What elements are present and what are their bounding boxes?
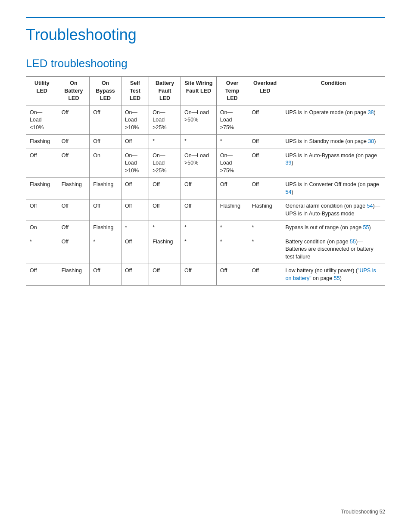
site-wiring-fault-led-cell: Off xyxy=(181,178,216,199)
page-footer: Troubleshooting 52 xyxy=(341,509,385,515)
header-on-battery-led: On Battery LED xyxy=(58,77,90,106)
overload-led-cell: Off xyxy=(248,178,282,199)
utility-led-cell: Off xyxy=(26,264,58,286)
self-test-led-cell: Off xyxy=(121,135,149,149)
table-row: OffFlashingOffOffOffOffOffOffLow battery… xyxy=(26,264,385,286)
on-bypass-led-cell: Off xyxy=(90,264,121,286)
condition-cell: UPS is in Standby mode (on page 38) xyxy=(282,135,385,149)
overload-led-cell: * xyxy=(248,235,282,264)
on-bypass-led-cell: On xyxy=(90,149,121,178)
table-header-row: Utility LED On Battery LED On Bypass LED… xyxy=(26,77,385,106)
condition-link[interactable]: 55 xyxy=(363,224,369,230)
page-rule xyxy=(26,17,385,18)
battery-fault-led-cell: * xyxy=(149,221,181,235)
site-wiring-fault-led-cell: Off xyxy=(181,199,216,221)
section-title: LED troubleshooting xyxy=(26,57,385,70)
header-utility-led: Utility LED xyxy=(26,77,58,106)
condition-link[interactable]: 38 xyxy=(368,138,374,144)
header-site-wiring-fault-led: Site Wiring Fault LED xyxy=(181,77,216,106)
site-wiring-fault-led-cell: On—Load >50% xyxy=(181,106,216,135)
over-temp-led-cell: * xyxy=(216,221,248,235)
battery-fault-led-cell: Off xyxy=(149,178,181,199)
on-battery-led-cell: Off xyxy=(58,221,90,235)
utility-led-cell: Off xyxy=(26,149,58,178)
battery-fault-led-cell: Off xyxy=(149,199,181,221)
utility-led-cell: On—Load <10% xyxy=(26,106,58,135)
condition-link[interactable]: 54 xyxy=(286,189,292,195)
header-on-bypass-led: On Bypass LED xyxy=(90,77,121,106)
site-wiring-fault-led-cell: On—Load >50% xyxy=(181,149,216,178)
overload-led-cell: Flashing xyxy=(248,199,282,221)
condition-link-ups-battery[interactable]: "UPS is on battery" xyxy=(286,268,376,281)
overload-led-cell: Off xyxy=(248,106,282,135)
utility-led-cell: Flashing xyxy=(26,178,58,199)
utility-led-cell: * xyxy=(26,235,58,264)
header-condition: Condition xyxy=(282,77,385,106)
led-troubleshooting-table: Utility LED On Battery LED On Bypass LED… xyxy=(26,76,385,286)
overload-led-cell: * xyxy=(248,221,282,235)
condition-cell: Bypass is out of range (on page 55) xyxy=(282,221,385,235)
self-test-led-cell: Off xyxy=(121,264,149,286)
self-test-led-cell: Off xyxy=(121,178,149,199)
utility-led-cell: Flashing xyxy=(26,135,58,149)
over-temp-led-cell: Off xyxy=(216,264,248,286)
self-test-led-cell: On—Load >10% xyxy=(121,106,149,135)
condition-cell: UPS is in Operate mode (on page 38) xyxy=(282,106,385,135)
on-bypass-led-cell: Off xyxy=(90,106,121,135)
site-wiring-fault-led-cell: Off xyxy=(181,264,216,286)
self-test-led-cell: On—Load >10% xyxy=(121,149,149,178)
site-wiring-fault-led-cell: * xyxy=(181,221,216,235)
table-row: OffOffOnOn—Load >10%On—Load >25%On—Load … xyxy=(26,149,385,178)
over-temp-led-cell: * xyxy=(216,235,248,264)
self-test-led-cell: * xyxy=(121,221,149,235)
table-row: *Off*OffFlashing***Battery condition (on… xyxy=(26,235,385,264)
self-test-led-cell: Off xyxy=(121,199,149,221)
over-temp-led-cell: Off xyxy=(216,178,248,199)
table-row: OnOffFlashing*****Bypass is out of range… xyxy=(26,221,385,235)
condition-cell: Battery condition (on page 55)—Batteries… xyxy=(282,235,385,264)
condition-link[interactable]: 55 xyxy=(350,239,356,245)
on-battery-led-cell: Off xyxy=(58,135,90,149)
page-title: Troubleshooting xyxy=(26,26,385,44)
table-row: FlashingFlashingFlashingOffOffOffOffOffU… xyxy=(26,178,385,199)
condition-cell: UPS is in Auto-Bypass mode (on page 39) xyxy=(282,149,385,178)
table-row: OffOffOffOffOffOffFlashingFlashingGenera… xyxy=(26,199,385,221)
over-temp-led-cell: Flashing xyxy=(216,199,248,221)
header-overload-led: Overload LED xyxy=(248,77,282,106)
header-over-temp-led: Over Temp LED xyxy=(216,77,248,106)
condition-cell: UPS is in Converter Off mode (on page 54… xyxy=(282,178,385,199)
self-test-led-cell: Off xyxy=(121,235,149,264)
condition-link[interactable]: 55 xyxy=(334,275,340,281)
over-temp-led-cell: On—Load >75% xyxy=(216,106,248,135)
utility-led-cell: Off xyxy=(26,199,58,221)
site-wiring-fault-led-cell: * xyxy=(181,235,216,264)
over-temp-led-cell: On—Load >75% xyxy=(216,149,248,178)
on-battery-led-cell: Off xyxy=(58,106,90,135)
battery-fault-led-cell: * xyxy=(149,135,181,149)
condition-cell: General alarm condition (on page 54)—UPS… xyxy=(282,199,385,221)
header-self-test-led: Self Test LED xyxy=(121,77,149,106)
condition-link[interactable]: 39 xyxy=(286,160,292,166)
on-bypass-led-cell: * xyxy=(90,235,121,264)
battery-fault-led-cell: Flashing xyxy=(149,235,181,264)
on-battery-led-cell: Flashing xyxy=(58,178,90,199)
battery-fault-led-cell: On—Load >25% xyxy=(149,106,181,135)
condition-link[interactable]: 54 xyxy=(367,203,373,209)
battery-fault-led-cell: On—Load >25% xyxy=(149,149,181,178)
on-bypass-led-cell: Flashing xyxy=(90,178,121,199)
overload-led-cell: Off xyxy=(248,149,282,178)
on-battery-led-cell: Off xyxy=(58,199,90,221)
condition-cell: Low battery (no utility power) ("UPS is … xyxy=(282,264,385,286)
utility-led-cell: On xyxy=(26,221,58,235)
on-bypass-led-cell: Off xyxy=(90,199,121,221)
battery-fault-led-cell: Off xyxy=(149,264,181,286)
overload-led-cell: Off xyxy=(248,264,282,286)
table-row: FlashingOffOffOff***OffUPS is in Standby… xyxy=(26,135,385,149)
on-bypass-led-cell: Off xyxy=(90,135,121,149)
over-temp-led-cell: * xyxy=(216,135,248,149)
on-battery-led-cell: Off xyxy=(58,235,90,264)
site-wiring-fault-led-cell: * xyxy=(181,135,216,149)
on-battery-led-cell: Flashing xyxy=(58,264,90,286)
condition-link[interactable]: 38 xyxy=(368,109,374,115)
on-bypass-led-cell: Flashing xyxy=(90,221,121,235)
